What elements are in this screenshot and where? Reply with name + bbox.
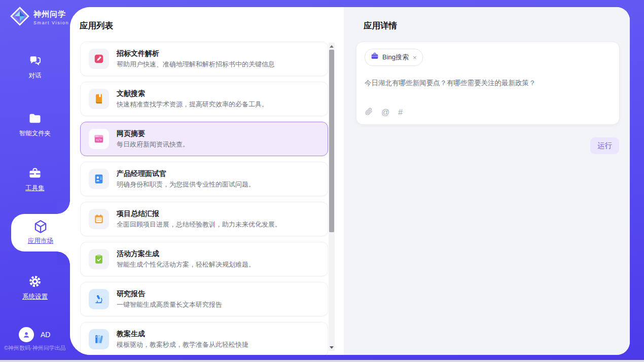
app-name: 项目总结汇报	[117, 209, 281, 219]
main-container: 应用列表 招标文件解析 帮助用户快速、准确地理解和解析招标书中的关键信息	[70, 7, 630, 355]
microscope-icon	[89, 289, 109, 309]
person-icon	[22, 330, 31, 339]
app-name: 活动方案生成	[117, 249, 255, 259]
sidebar-item-toolset[interactable]: 工具集	[0, 166, 70, 193]
app-list-scrollbar[interactable]	[329, 43, 335, 351]
app-card-research-report[interactable]: 研究报告 一键智能生成高质量长文本研究报告	[80, 282, 328, 316]
sidebar: 神州问学 Smart Vision 对话 智能文件夹	[0, 0, 70, 360]
gear-icon	[0, 274, 70, 289]
app-desc: 每日政府新闻资讯快查。	[117, 140, 189, 149]
avatar	[19, 327, 34, 342]
brand-subtitle: Smart Vision	[33, 20, 69, 25]
svg-text:</>: </>	[96, 138, 102, 142]
app-name: 网页摘要	[117, 129, 189, 139]
app-card-web-summary[interactable]: </> 网页摘要 每日政府新闻资讯快查。	[80, 122, 328, 156]
app-card-lesson-plan[interactable]: 教案生成 模板驱动，教案秒成，教学准备从此轻松快捷	[80, 322, 328, 355]
copyright-footer: ©神州数码·神州问学出品	[4, 344, 66, 352]
sidebar-item-label: 应用市场	[11, 237, 70, 245]
app-name: 研究报告	[117, 289, 222, 299]
app-desc: 模板驱动，教案秒成，教学准备从此轻松快捷	[117, 340, 248, 349]
app-card-literature-search[interactable]: 文献搜索 快速精准查找学术资源，提高研究效率的必备工具。	[80, 82, 328, 116]
app-list: 招标文件解析 帮助用户快速、准确地理解和解析招标书中的关键信息 文献搜索 快速精…	[80, 42, 328, 355]
webpage-icon: </>	[89, 129, 109, 149]
sidebar-item-label: 系统设置	[0, 293, 70, 301]
app-desc: 智能生成个性化活动方案，轻松解决规划难题。	[117, 260, 255, 269]
app-detail-panel: 应用详情 Bing搜索 × 今日湖北有哪些新闻要点？有哪些需要关注的最新政策？	[344, 7, 630, 355]
sidebar-item-label: 智能文件夹	[0, 129, 70, 138]
app-desc: 明确身份和职责，为您提供专业性的面试问题。	[117, 180, 255, 189]
sidebar-item-label: 对话	[0, 71, 70, 80]
app-card-bid-document[interactable]: 招标文件解析 帮助用户快速、准确地理解和解析招标书中的关键信息	[80, 42, 328, 76]
cube-icon	[11, 219, 70, 235]
scrollbar-up-arrow-icon[interactable]	[329, 43, 335, 50]
sidebar-item-app-market[interactable]: 应用市场	[11, 214, 70, 251]
brand-logo: 神州问学 Smart Vision	[10, 7, 69, 28]
app-name: 文献搜索	[117, 89, 268, 99]
tool-tag-bing-search[interactable]: Bing搜索 ×	[365, 49, 423, 66]
sidebar-item-chat[interactable]: 对话	[0, 54, 70, 80]
app-card-event-plan[interactable]: 活动方案生成 智能生成个性化活动方案，轻松解决规划难题。	[80, 242, 328, 276]
app-detail-title: 应用详情	[364, 20, 397, 31]
window-bottom-edge	[0, 360, 644, 362]
scrollbar-down-arrow-icon[interactable]	[329, 344, 335, 351]
sidebar-item-label: 工具集	[0, 184, 70, 193]
app-name: 教案生成	[117, 329, 248, 339]
app-list-title: 应用列表	[80, 20, 113, 31]
calendar-icon	[89, 209, 109, 229]
app-name: 招标文件解析	[117, 49, 275, 59]
user-name: AD	[41, 331, 50, 339]
prompt-card: Bing搜索 × 今日湖北有哪些新闻要点？有哪些需要关注的最新政策？ @ #	[356, 42, 620, 125]
chat-icon	[0, 54, 70, 68]
paperclip-icon[interactable]	[365, 107, 373, 118]
app-desc: 帮助用户快速、准确地理解和解析招标书中的关键信息	[117, 60, 275, 69]
attachment-toolbar: @ #	[365, 107, 403, 118]
sidebar-item-settings[interactable]: 系统设置	[0, 274, 70, 301]
mention-icon[interactable]: @	[381, 108, 389, 117]
scrollbar-thumb[interactable]	[329, 50, 334, 232]
compose-icon	[89, 49, 109, 69]
briefcase-icon	[371, 52, 379, 62]
prompt-text-input[interactable]: 今日湖北有哪些新闻要点？有哪些需要关注的最新政策？	[365, 78, 611, 88]
app-card-pm-interviewer[interactable]: 产品经理面试官 明确身份和职责，为您提供专业性的面试问题。	[80, 162, 328, 196]
user-profile[interactable]: AD	[19, 327, 50, 342]
app-list-panel: 应用列表 招标文件解析 帮助用户快速、准确地理解和解析招标书中的关键信息	[70, 7, 344, 355]
hashtag-icon[interactable]: #	[398, 108, 403, 117]
toolbox-icon	[0, 166, 70, 180]
book-icon	[89, 89, 109, 109]
app-name: 产品经理面试官	[117, 169, 255, 179]
folder-icon	[0, 112, 70, 126]
run-button[interactable]: 运行	[590, 137, 619, 154]
app-desc: 全面回顾项目进展，总结经验教训，助力未来优化发展。	[117, 220, 281, 229]
app-desc: 快速精准查找学术资源，提高研究效率的必备工具。	[117, 100, 268, 109]
books-icon	[89, 329, 109, 349]
brand-name: 神州问学	[33, 10, 69, 19]
interview-icon	[89, 169, 109, 189]
close-icon[interactable]: ×	[413, 54, 417, 61]
clipboard-icon	[89, 249, 109, 269]
app-desc: 一键智能生成高质量长文本研究报告	[117, 300, 222, 309]
diamond-logo-icon	[10, 7, 29, 28]
app-card-project-summary[interactable]: 项目总结汇报 全面回顾项目进展，总结经验教训，助力未来优化发展。	[80, 202, 328, 236]
tool-tag-label: Bing搜索	[382, 53, 409, 62]
sidebar-item-smart-folder[interactable]: 智能文件夹	[0, 112, 70, 138]
